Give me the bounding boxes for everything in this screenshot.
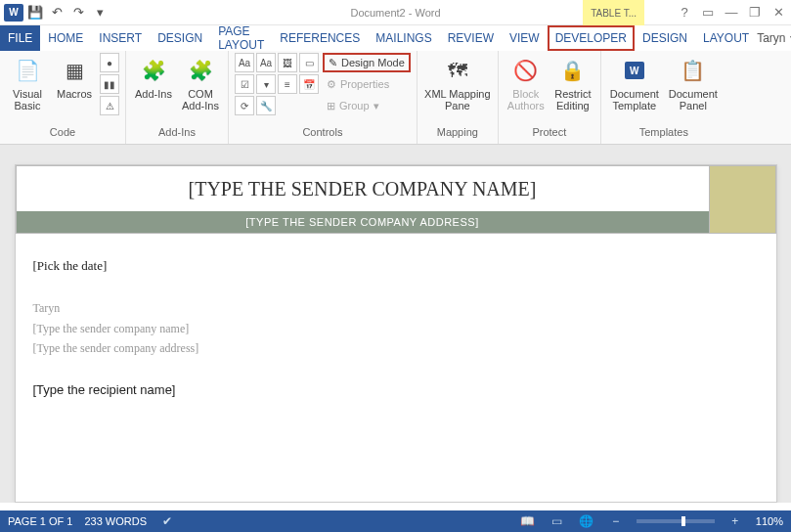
document-template-icon: W	[619, 55, 650, 86]
tab-design-context[interactable]: DESIGN	[635, 25, 695, 51]
word-app-icon: W	[4, 3, 23, 22]
tab-view[interactable]: VIEW	[502, 25, 548, 51]
ribbon: 📄 VisualBasic ▦ Macros ● ▮▮ ⚠ Code 🧩 Add…	[0, 51, 791, 145]
rich-text-control-icon[interactable]: Aa	[235, 53, 254, 72]
macro-security-icon[interactable]: ⚠	[100, 96, 119, 115]
web-layout-icon[interactable]: 🌐	[578, 513, 595, 529]
tab-page-layout[interactable]: PAGE LAYOUT	[210, 25, 272, 51]
addins-button[interactable]: 🧩 Add-Ins	[132, 53, 175, 100]
macros-icon: ▦	[59, 55, 90, 86]
macros-button[interactable]: ▦ Macros	[53, 53, 96, 100]
document-area[interactable]: [TYPE THE SENDER COMPANY NAME] [TYPE THE…	[0, 145, 791, 503]
group-mapping: 🗺 XML MappingPane Mapping	[417, 51, 499, 144]
group-controls-label: Controls	[235, 126, 411, 144]
tab-developer[interactable]: DEVELOPER	[548, 25, 635, 51]
checkbox-control-icon[interactable]: ☑	[235, 74, 254, 94]
undo-icon[interactable]: ↶	[47, 3, 66, 22]
date-picker-control-icon[interactable]: 📅	[299, 74, 319, 94]
plain-text-control-icon[interactable]: Aa	[256, 53, 276, 72]
redo-icon[interactable]: ↷	[68, 3, 88, 22]
group-icon: ⊞	[327, 100, 335, 112]
restrict-editing-icon: 🔒	[557, 55, 589, 86]
zoom-out-button[interactable]: −	[607, 513, 625, 529]
page-indicator[interactable]: PAGE 1 OF 1	[8, 515, 72, 527]
status-bar: PAGE 1 OF 1 233 WORDS ✔ 📖 ▭ 🌐 − + 110%	[0, 510, 791, 532]
block-authors-icon: 🚫	[510, 55, 542, 86]
document-panel-button[interactable]: 📋 DocumentPanel	[666, 53, 721, 111]
signed-name[interactable]: Taryn	[33, 298, 759, 318]
block-authors-button[interactable]: 🚫 BlockAuthors	[505, 53, 548, 111]
xml-mapping-icon: 🗺	[442, 55, 473, 86]
print-layout-icon[interactable]: ▭	[549, 513, 566, 529]
dropdown-control-icon[interactable]: ≡	[278, 74, 297, 94]
properties-button[interactable]: ⚙ Properties	[323, 74, 411, 94]
zoom-slider[interactable]	[637, 519, 715, 523]
building-block-control-icon[interactable]: ▭	[299, 53, 319, 72]
com-addins-button[interactable]: 🧩 COMAdd-Ins	[179, 53, 222, 111]
spellcheck-icon[interactable]: ✔	[158, 513, 176, 529]
date-picker-field[interactable]: [Pick the date]	[33, 255, 759, 277]
sender-company-name-field[interactable]: [TYPE THE SENDER COMPANY NAME]	[17, 166, 709, 211]
save-icon[interactable]: 💾	[25, 3, 45, 22]
picture-control-icon[interactable]: 🖼	[278, 53, 297, 72]
help-icon[interactable]: ?	[676, 4, 693, 22]
recipient-name-field[interactable]: [Type the recipient name]	[33, 379, 759, 401]
group-addins: 🧩 Add-Ins 🧩 COMAdd-Ins Add-Ins	[126, 51, 229, 144]
close-icon[interactable]: ✕	[769, 4, 787, 22]
design-mode-icon: ✎	[329, 57, 337, 69]
group-templates-label: Templates	[607, 126, 721, 144]
word-count[interactable]: 233 WORDS	[84, 515, 147, 527]
group-code-label: Code	[6, 126, 119, 144]
tab-review[interactable]: REVIEW	[440, 25, 502, 51]
document-template-button[interactable]: W DocumentTemplate	[607, 53, 662, 111]
group-button[interactable]: ⊞ Group▾	[323, 96, 411, 115]
sender-company-address-field[interactable]: [TYPE THE SENDER COMPANY ADDRESS]	[17, 211, 709, 233]
com-addins-icon: 🧩	[185, 55, 216, 86]
restrict-editing-button[interactable]: 🔒 RestrictEditing	[551, 53, 594, 111]
document-title: Document2 - Word	[350, 7, 440, 19]
user-account[interactable]: Taryn▾	[757, 25, 791, 51]
combobox-control-icon[interactable]: ▾	[256, 74, 276, 94]
ribbon-tabs: FILE HOME INSERT DESIGN PAGE LAYOUT REFE…	[0, 25, 791, 51]
pause-macro-icon[interactable]: ▮▮	[100, 74, 119, 94]
tab-home[interactable]: HOME	[40, 25, 91, 51]
properties-icon: ⚙	[327, 78, 336, 91]
legacy-tools-icon[interactable]: 🔧	[256, 96, 276, 115]
sender-address-small-field[interactable]: [Type the sender company address]	[33, 338, 759, 358]
tab-file[interactable]: FILE	[0, 25, 40, 51]
xml-mapping-button[interactable]: 🗺 XML MappingPane	[423, 53, 492, 111]
group-addins-label: Add-Ins	[132, 126, 222, 144]
tab-design[interactable]: DESIGN	[150, 25, 210, 51]
tab-layout-context[interactable]: LAYOUT	[695, 25, 757, 51]
ribbon-options-icon[interactable]: ▭	[699, 4, 717, 22]
design-mode-button[interactable]: ✎ Design Mode	[323, 53, 411, 72]
page[interactable]: [TYPE THE SENDER COMPANY NAME] [TYPE THE…	[15, 164, 777, 503]
zoom-percent[interactable]: 110%	[756, 515, 783, 527]
controls-gallery: Aa Aa 🖼 ▭ ☑ ▾ ≡ 📅 ⟳ 🔧	[235, 53, 319, 115]
visual-basic-icon: 📄	[12, 55, 43, 86]
tab-references[interactable]: REFERENCES	[272, 25, 368, 51]
context-tab-table[interactable]: TABLE T...	[583, 0, 644, 25]
user-name: Taryn	[757, 31, 785, 45]
read-mode-icon[interactable]: 📖	[519, 513, 537, 529]
tab-insert[interactable]: INSERT	[91, 25, 150, 51]
qat-customize-icon[interactable]: ▾	[90, 3, 110, 22]
logo-placeholder[interactable]	[710, 165, 776, 234]
design-mode-label: Design Mode	[341, 57, 405, 68]
group-protect: 🚫 BlockAuthors 🔒 RestrictEditing Protect	[499, 51, 601, 144]
group-mapping-label: Mapping	[423, 126, 492, 144]
restore-icon[interactable]: ❐	[746, 4, 764, 22]
record-macro-icon[interactable]: ●	[100, 53, 119, 72]
visual-basic-button[interactable]: 📄 VisualBasic	[6, 53, 49, 111]
zoom-in-button[interactable]: +	[726, 513, 744, 529]
tab-mailings[interactable]: MAILINGS	[368, 25, 439, 51]
group-controls: Aa Aa 🖼 ▭ ☑ ▾ ≡ 📅 ⟳ 🔧 ✎ Design Mode ⚙ Pr…	[229, 51, 417, 144]
document-panel-icon: 📋	[678, 55, 709, 86]
addins-icon: 🧩	[138, 55, 169, 86]
repeating-control-icon[interactable]: ⟳	[235, 96, 254, 115]
group-templates: W DocumentTemplate 📋 DocumentPanel Templ…	[601, 51, 726, 144]
sender-name-small-field[interactable]: [Type the sender company name]	[33, 319, 759, 338]
group-protect-label: Protect	[505, 126, 594, 144]
minimize-icon[interactable]: —	[723, 4, 740, 22]
group-code: 📄 VisualBasic ▦ Macros ● ▮▮ ⚠ Code	[0, 51, 126, 144]
